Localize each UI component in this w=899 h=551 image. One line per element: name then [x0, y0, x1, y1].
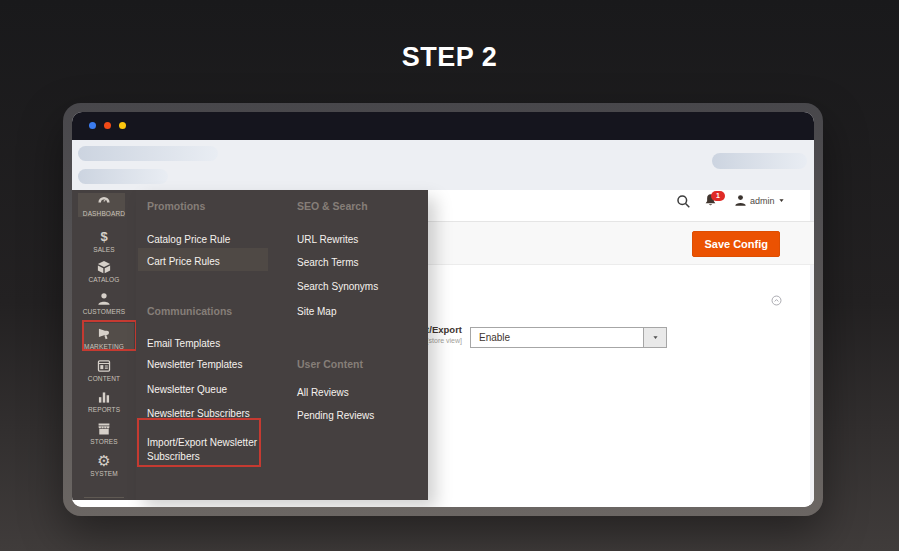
sidebar-item-dashboard[interactable]: DASHBOARD — [72, 193, 136, 217]
menu-item-url-rewrites[interactable]: URL Rewrites — [297, 233, 358, 247]
select-dropdown-button[interactable] — [643, 328, 666, 347]
menu-heading-communications: Communications — [147, 305, 232, 317]
menu-item-newsletter-queue[interactable]: Newsletter Queue — [147, 383, 227, 397]
notifications-button[interactable]: 1 — [703, 193, 727, 211]
menu-item-site-map[interactable]: Site Map — [297, 305, 336, 319]
layout-icon — [97, 359, 111, 373]
sidebar-item-reports[interactable]: REPORTS — [72, 389, 136, 413]
enable-select[interactable]: Enable — [470, 327, 667, 348]
sidebar-item-catalog[interactable]: CATALOG — [72, 259, 136, 283]
skeleton-bar-left-1 — [78, 146, 218, 161]
save-config-button[interactable]: Save Config — [692, 231, 780, 257]
browser-window-content: 1 admin Save Config rt/Export [store vie… — [72, 112, 814, 507]
section-collapse-icon[interactable] — [771, 295, 782, 306]
skeleton-bar-left-2 — [78, 169, 168, 184]
window-control-yellow[interactable] — [119, 122, 126, 129]
window-control-blue[interactable] — [89, 122, 96, 129]
caret-down-icon — [652, 334, 659, 341]
menu-item-search-synonyms[interactable]: Search Synonyms — [297, 280, 378, 294]
magento-sidebar: DASHBOARD $ SALES CATALOG CUSTOMERS MARK… — [72, 190, 136, 500]
menu-item-catalog-price-rule[interactable]: Catalog Price Rule — [147, 233, 230, 247]
person-icon — [734, 194, 747, 207]
chevron-down-icon — [778, 197, 785, 204]
sidebar-item-stores[interactable]: STORES — [72, 421, 136, 445]
sidebar-item-customers[interactable]: CUSTOMERS — [72, 291, 136, 315]
window-titlebar — [72, 112, 814, 140]
sidebar-item-system[interactable]: ⚙ SYSTEM — [72, 453, 136, 477]
dashboard-icon — [97, 194, 111, 208]
box-icon — [97, 260, 111, 274]
page-background: STEP 2 1 — [0, 0, 899, 551]
gear-icon: ⚙ — [97, 453, 110, 468]
bar-chart-icon — [97, 390, 111, 404]
sidebar-item-content[interactable]: CONTENT — [72, 358, 136, 382]
enable-select-value: Enable — [479, 332, 510, 343]
annotation-box-import-export — [137, 418, 261, 467]
menu-item-cart-price-rules[interactable]: Cart Price Rules — [147, 255, 220, 269]
notification-badge: 1 — [711, 191, 725, 201]
menu-heading-user-content: User Content — [297, 358, 363, 370]
admin-user-menu[interactable]: admin — [734, 194, 785, 207]
menu-item-search-terms[interactable]: Search Terms — [297, 256, 359, 270]
menu-heading-promotions: Promotions — [147, 200, 205, 212]
sidebar-item-sales[interactable]: $ SALES — [72, 229, 136, 253]
menu-heading-seo-search: SEO & Search — [297, 200, 368, 212]
admin-user-label: admin — [750, 196, 775, 206]
menu-item-newsletter-templates[interactable]: Newsletter Templates — [147, 358, 242, 372]
browser-header-skeleton — [72, 140, 814, 190]
window-control-orange[interactable] — [104, 122, 111, 129]
search-icon[interactable] — [676, 194, 691, 209]
dollar-icon: $ — [100, 229, 107, 244]
menu-item-all-reviews[interactable]: All Reviews — [297, 386, 349, 400]
person-icon — [97, 292, 111, 306]
browser-window: 1 admin Save Config rt/Export [store vie… — [63, 103, 823, 516]
sidebar-divider — [84, 497, 124, 498]
step-title: STEP 2 — [0, 42, 899, 73]
annotation-box-marketing — [82, 320, 137, 351]
menu-item-email-templates[interactable]: Email Templates — [147, 337, 220, 351]
menu-item-pending-reviews[interactable]: Pending Reviews — [297, 409, 374, 423]
marketing-flyout-menu: Promotions Catalog Price Rule Cart Price… — [136, 190, 428, 500]
skeleton-bar-right — [712, 153, 807, 169]
storefront-icon — [97, 422, 111, 436]
